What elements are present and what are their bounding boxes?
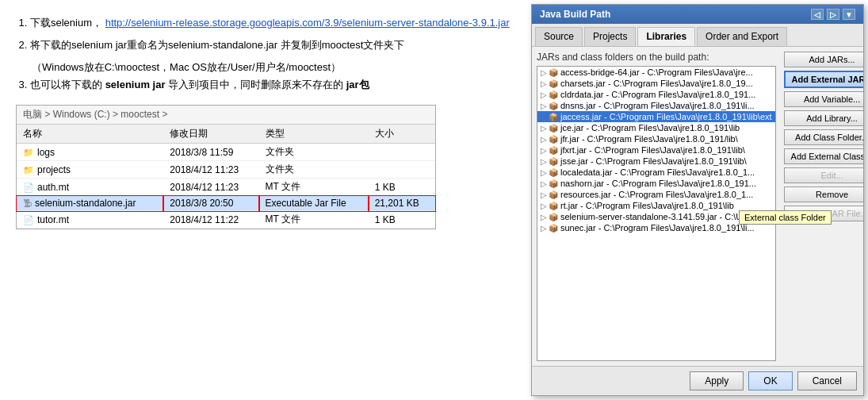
file-name: 📁projects [17,161,163,179]
explorer-path: 电脑 > Windows (C:) > mooctest > [17,106,435,125]
jar-icon: 📦 [549,213,558,221]
jar-list[interactable]: ▷📦access-bridge-64.jar - C:\Program File… [537,66,776,361]
apply-button[interactable]: Apply [690,371,744,390]
jar-item-13[interactable]: ▷📦selenium-server-standalone-3.141.59.ja… [537,211,775,222]
step-1: 下载selenium， http://selenium-release.stor… [30,14,511,32]
forward-button[interactable]: ▷ [827,9,839,20]
jar-icon: 📦 [549,168,558,177]
titlebar-controls: ◁ ▷ ▼ [811,9,855,20]
jar-label: jfxrt.jar - C:\Program Files\Java\jre1.8… [560,145,745,155]
dialog-titlebar: Java Build Path ◁ ▷ ▼ [532,5,863,24]
jar-label: selenium-server-standalone-3.141.59.jar … [560,212,754,221]
expand-arrow: ▷ [541,213,547,221]
back-button[interactable]: ◁ [811,9,824,20]
add-variable-button[interactable]: Add Variable... [784,91,863,107]
jar-item-12[interactable]: ▷📦rt.jar - C:\Program Files\Java\jre1.8.… [537,200,775,211]
file-size [369,161,435,179]
jar-icon: 📦 [549,102,558,110]
tab-order-export[interactable]: Order and Export [697,27,787,46]
file-name: 🗜selenium-standalone.jar [17,196,163,211]
jar-item-4[interactable]: ▷📦jaccess.jar - C:\Program Files\Java\jr… [537,111,775,122]
explorer-row-0[interactable]: 📁logs 2018/3/8 11:59 文件夹 [17,144,435,161]
explorer-row-1[interactable]: 📁projects 2018/4/12 11:23 文件夹 [17,161,435,179]
jar-label: localedata.jar - C:\Program Files\Java\j… [560,167,755,177]
jar-label: sunec.jar - C:\Program Files\Java\jre1.8… [560,223,755,233]
jar-item-0[interactable]: ▷📦access-bridge-64.jar - C:\Program File… [537,67,775,78]
col-name[interactable]: 名称 [17,125,163,144]
jar-icon: 📦 [549,224,558,233]
ok-button[interactable]: OK [748,371,792,390]
step3-prefix: 也可以将下载的 [30,79,102,90]
step1-link[interactable]: http://selenium-release.storage.googleap… [105,17,510,29]
tab-projects[interactable]: Projects [584,27,636,46]
tab-libraries[interactable]: Libraries [637,27,695,46]
add-library-button[interactable]: Add Library... [784,110,863,126]
left-panel: 下载selenium， http://selenium-release.stor… [0,0,527,400]
jar-list-area: JARs and class folders on the build path… [532,47,781,366]
file-type: 文件夹 [259,144,369,161]
jar-item-2[interactable]: ▷📦cldrdata.jar - C:\Program Files\Java\j… [537,89,775,100]
col-date[interactable]: 修改日期 [163,125,258,144]
add-external-class-folder-button[interactable]: Add External Class Folder... [784,148,863,164]
jar-item-3[interactable]: ▷📦dnsns.jar - C:\Program Files\Java\jre1… [537,100,775,111]
dialog-footer: ApplyOKCancel [532,366,863,395]
step3-bold2: jar包 [346,79,369,90]
expand-arrow: ▷ [541,79,547,88]
add-external-jars-button[interactable]: Add External JARs... [784,71,863,88]
file-explorer: 电脑 > Windows (C:) > mooctest > 名称 修改日期 类… [16,105,436,229]
file-name: 📄tutor.mt [17,211,163,229]
explorer-row-3[interactable]: 🗜selenium-standalone.jar 2018/3/8 20:50 … [17,196,435,211]
jar-label: jsse.jar - C:\Program Files\Java\jre1.8.… [560,156,747,166]
jar-item-8[interactable]: ▷📦jsse.jar - C:\Program Files\Java\jre1.… [537,156,775,167]
explorer-row-4[interactable]: 📄tutor.mt 2018/4/12 11:22 MT 文件 1 KB [17,211,435,229]
list-label: JARs and class folders on the build path… [537,52,776,63]
jar-item-1[interactable]: ▷📦charsets.jar - C:\Program Files\Java\j… [537,78,775,89]
menu-button[interactable]: ▼ [843,9,855,20]
jar-item-6[interactable]: ▷📦jfr.jar - C:\Program Files\Java\jre1.8… [537,133,775,144]
edit-button: Edit... [784,167,863,183]
jar-label: jfr.jar - C:\Program Files\Java\jre1.8.0… [560,134,738,144]
jar-label: jce.jar - C:\Program Files\Java\jre1.8.0… [560,123,740,133]
dialog-body: JARs and class folders on the build path… [532,47,863,366]
jar-label: nashorn.jar - C:\Program Files\Java\jre1… [560,179,756,188]
jar-item-14[interactable]: ▷📦sunec.jar - C:\Program Files\Java\jre1… [537,222,775,233]
col-type[interactable]: 类型 [259,125,369,144]
remove-button[interactable]: Remove [784,187,863,202]
file-size: 1 KB [369,179,435,196]
jar-icon: 📦 [549,157,558,166]
add-class-folder-button[interactable]: Add Class Folder... [784,129,863,145]
step2-note: （Windows放在C:\mooctest，Mac OS放在/User/用户名/… [32,59,511,76]
instructions: 下载selenium， http://selenium-release.stor… [16,14,511,94]
jar-label: access-bridge-64.jar - C:\Program Files\… [560,67,753,77]
jar-label: jaccess.jar - C:\Program Files\Java\jre1… [560,112,772,121]
step1-prefix: 下载selenium， [30,17,102,29]
folder-icon: 📁 [23,148,34,157]
jar-icon: 📦 [549,68,558,77]
expand-arrow: ▷ [541,113,547,121]
expand-arrow: ▷ [541,168,547,177]
step3-bold1: selenium jar [105,79,166,90]
file-name: 📄auth.mt [17,179,163,196]
expand-arrow: ▷ [541,202,547,210]
explorer-row-2[interactable]: 📄auth.mt 2018/4/12 11:23 MT 文件 1 KB [17,179,435,196]
file-date: 2018/3/8 20:50 [163,196,258,211]
file-type: Executable Jar File [259,196,369,211]
jar-icon: 📦 [549,90,558,99]
file-date: 2018/3/8 11:59 [163,144,258,161]
cancel-button[interactable]: Cancel [797,371,857,390]
jar-item-11[interactable]: ▷📦resources.jar - C:\Program Files\Java\… [537,189,775,200]
expand-arrow: ▷ [541,102,547,110]
jar-label: rt.jar - C:\Program Files\Java\jre1.8.0_… [560,201,734,210]
jar-item-10[interactable]: ▷📦nashorn.jar - C:\Program Files\Java\jr… [537,178,775,189]
file-type: 文件夹 [259,161,369,179]
jar-item-9[interactable]: ▷📦localedata.jar - C:\Program Files\Java… [537,167,775,178]
add-jars-button[interactable]: Add JARs... [784,52,863,67]
jar-icon: 📦 [549,124,558,133]
jar-label: cldrdata.jar - C:\Program Files\Java\jre… [560,90,755,99]
dialog-tabs: Source Projects Libraries Order and Expo… [532,24,863,47]
tab-source[interactable]: Source [535,27,583,46]
jar-item-7[interactable]: ▷📦jfxrt.jar - C:\Program Files\Java\jre1… [537,144,775,156]
jar-item-5[interactable]: ▷📦jce.jar - C:\Program Files\Java\jre1.8… [537,122,775,133]
jar-icon: 📦 [549,190,558,199]
col-size[interactable]: 大小 [369,125,435,144]
